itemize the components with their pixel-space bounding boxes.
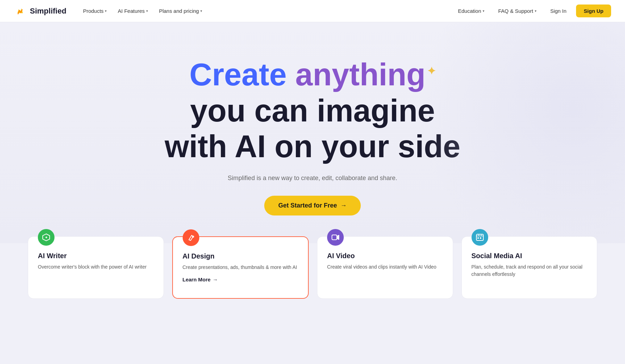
card-ai-design: AI Design Create presentations, ads, thu… — [172, 236, 309, 299]
social-media-desc: Plan, schedule, track and respond on all… — [472, 263, 588, 278]
nav-left: Simplified Products ▾ AI Features ▾ Plan… — [14, 5, 206, 17]
social-media-icon-wrapper — [472, 229, 488, 246]
social-media-title: Social Media AI — [472, 252, 588, 260]
svg-rect-10 — [480, 237, 481, 239]
nav-products[interactable]: Products ▾ — [79, 5, 111, 17]
ai-writer-icon-wrapper: ✦ — [38, 229, 55, 246]
ai-video-icon-wrapper — [327, 229, 344, 246]
sparkle-icon: ✦ — [427, 65, 436, 77]
products-chevron-icon: ▾ — [105, 9, 107, 13]
card-social-media-ai: Social Media AI Plan, schedule, track an… — [461, 236, 598, 299]
ai-design-learn-more[interactable]: Learn More → — [183, 277, 299, 282]
sign-in-link[interactable]: Sign In — [546, 5, 571, 17]
svg-point-3 — [192, 236, 194, 238]
cta-label: Get Started for Free — [278, 202, 337, 209]
ai-design-title: AI Design — [183, 252, 299, 260]
nav-education[interactable]: Education ▾ — [454, 5, 489, 17]
svg-rect-4 — [332, 235, 337, 240]
hero-line1: Create anything✦ — [165, 57, 460, 93]
plans-chevron-icon: ▾ — [200, 9, 202, 13]
ai-design-icon-wrapper — [183, 229, 199, 246]
learn-more-arrow-icon: → — [212, 277, 218, 282]
card-ai-video: AI Video Create viral videos and clips i… — [317, 236, 453, 299]
nav-links: Products ▾ AI Features ▾ Plans and prici… — [79, 5, 206, 17]
ai-features-chevron-icon: ▾ — [146, 9, 148, 13]
cards-section: ✦ AI Writer Overcome writer's block with… — [0, 236, 625, 299]
nav-ai-features[interactable]: AI Features ▾ — [114, 5, 152, 17]
logo-text: Simplified — [30, 7, 66, 16]
ai-video-icon — [331, 233, 340, 242]
hero-section: Create anything✦ you can imagine with AI… — [0, 22, 625, 243]
hero-create-text: Create — [189, 57, 295, 92]
logo-link[interactable]: Simplified — [14, 5, 66, 17]
logo-icon — [14, 5, 26, 17]
ai-writer-desc: Overcome writer's block with the power o… — [38, 263, 154, 271]
hero-title: Create anything✦ you can imagine with AI… — [165, 57, 460, 165]
navbar: Simplified Products ▾ AI Features ▾ Plan… — [0, 0, 625, 22]
cta-arrow-icon: → — [341, 202, 347, 209]
ai-writer-title: AI Writer — [38, 252, 154, 260]
faq-chevron-icon: ▾ — [535, 9, 536, 13]
hero-subtitle: Simplified is a new way to create, edit,… — [228, 175, 397, 182]
cta-button[interactable]: Get Started for Free → — [264, 196, 360, 215]
svg-rect-5 — [476, 234, 483, 240]
ai-video-desc: Create viral videos and clips instantly … — [327, 263, 443, 271]
nav-right: Education ▾ FAQ & Support ▾ Sign In Sign… — [454, 5, 611, 17]
social-media-icon — [475, 233, 484, 242]
ai-design-desc: Create presentations, ads, thumbnails & … — [183, 264, 299, 271]
svg-rect-9 — [477, 237, 479, 239]
nav-faq[interactable]: FAQ & Support ▾ — [494, 5, 541, 17]
education-chevron-icon: ▾ — [483, 9, 484, 13]
ai-writer-icon: ✦ — [42, 233, 51, 242]
ai-design-icon — [186, 233, 195, 242]
hero-anything-text: anything — [295, 57, 426, 92]
hero-line3: with AI on your side — [165, 129, 460, 165]
svg-text:✦: ✦ — [45, 236, 48, 239]
card-ai-writer: ✦ AI Writer Overcome writer's block with… — [28, 236, 164, 299]
ai-video-title: AI Video — [327, 252, 443, 260]
nav-plans[interactable]: Plans and pricing ▾ — [155, 5, 206, 17]
sign-up-button[interactable]: Sign Up — [576, 5, 611, 17]
hero-line2: you can imagine — [165, 93, 460, 129]
